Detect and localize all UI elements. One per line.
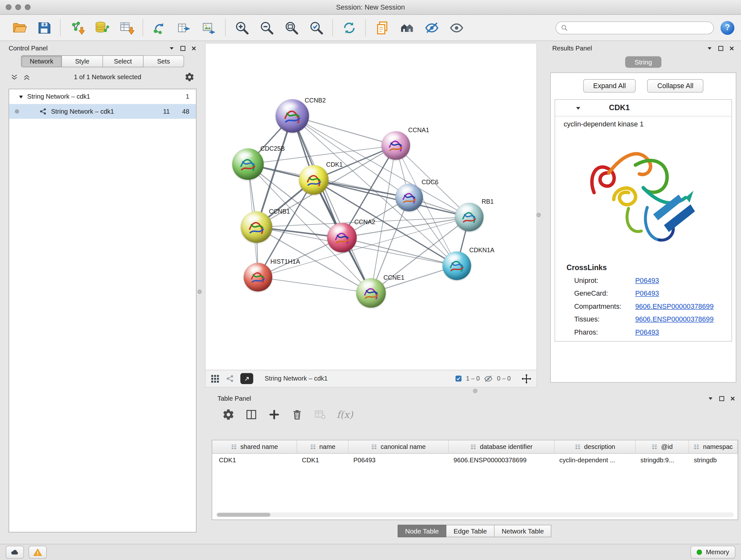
hidden-eye-slash-icon[interactable] (483, 374, 493, 383)
birds-eye-view-button[interactable] (394, 17, 419, 38)
panel-float-button[interactable] (718, 46, 723, 51)
export-image-button[interactable] (197, 17, 221, 38)
show-all-button[interactable] (444, 17, 469, 38)
crosslink-uniprot-link[interactable]: P06493 (635, 277, 659, 285)
move-crosshair-icon[interactable] (521, 373, 532, 384)
zoom-out-button[interactable] (254, 17, 279, 38)
tab-network[interactable]: Network (21, 55, 62, 67)
column-header-database-identifier[interactable]: database identifier (449, 440, 555, 454)
copy-document-button[interactable] (369, 17, 394, 38)
import-network-file-button[interactable] (64, 17, 89, 38)
network-collection-row[interactable]: String Network – cdk1 1 (9, 89, 196, 104)
tab-select[interactable]: Select (103, 55, 143, 67)
warnings-button[interactable] (29, 546, 47, 558)
cloud-status-button[interactable] (6, 546, 24, 558)
open-session-button[interactable] (7, 17, 31, 38)
column-header-id[interactable]: @id (636, 440, 689, 454)
network-node-CCNA2[interactable] (327, 223, 357, 253)
delete-column-button[interactable] (291, 408, 304, 421)
import-network-database-button[interactable] (89, 17, 114, 38)
clone-network-button[interactable] (147, 17, 172, 38)
selected-checkbox-icon[interactable] (455, 375, 462, 382)
crosslink-pharos-link[interactable]: P06493 (635, 328, 659, 336)
panel-close-button[interactable] (730, 396, 735, 401)
splitter-grip[interactable] (473, 389, 477, 393)
collapse-all-button[interactable]: Collapse All (647, 79, 703, 92)
string-results-box: Expand All Collapse All CDK1 cyclin-depe… (550, 72, 736, 382)
annotation-mode-button[interactable] (240, 373, 253, 384)
network-node-CCNE1[interactable] (356, 278, 386, 308)
tab-sets[interactable]: Sets (143, 55, 184, 67)
scrollbar-thumb[interactable] (217, 513, 270, 516)
tab-string[interactable]: String (625, 56, 662, 68)
crosslink-tissues-link[interactable]: 9606.ENSP00000378699 (635, 315, 714, 323)
control-panel-header: Control Panel (4, 43, 201, 53)
network-row-selected[interactable]: String Network – cdk1 11 48 (9, 104, 196, 119)
column-header-namespace[interactable]: namespac (689, 440, 738, 454)
zoom-selected-button[interactable] (304, 17, 329, 38)
crosslink-genecard-link[interactable]: P06493 (635, 290, 659, 297)
crosslink-row: Compartments: 9606.ENSP00000378699 (574, 302, 731, 310)
network-node-RB1[interactable] (455, 203, 484, 232)
cell-shared-name: CDK1 (212, 454, 297, 466)
main-toolbar: ? (0, 15, 741, 41)
table-panel-title: Table Panel (217, 395, 251, 402)
function-builder-button[interactable]: f(x) (337, 409, 353, 421)
save-session-button[interactable] (31, 17, 57, 38)
panel-menu-button[interactable] (707, 45, 713, 51)
splitter-grip[interactable] (198, 290, 202, 294)
zoom-in-button[interactable] (229, 17, 254, 38)
column-header-canonical-name[interactable]: canonical name (348, 440, 449, 454)
grid-view-button[interactable] (210, 374, 220, 383)
close-icon (729, 46, 734, 51)
hide-selected-button[interactable] (419, 17, 444, 38)
network-node-CDKN1A[interactable] (443, 251, 471, 280)
create-column-button[interactable] (268, 408, 280, 421)
network-view-mode-button[interactable] (226, 374, 234, 383)
new-network-from-selection-button[interactable] (172, 17, 197, 38)
panel-close-button[interactable] (729, 46, 734, 51)
column-header-description[interactable]: description (555, 440, 636, 454)
crosslink-compartments-link[interactable]: 9606.ENSP00000378699 (635, 302, 714, 310)
collapse-all-networks-button[interactable] (10, 74, 18, 80)
network-node-CCNA1[interactable] (381, 131, 410, 160)
network-canvas[interactable]: CCNB2CCNA1CDC25BCDK1CDC6RB1CCNB1CCNA2CDK… (205, 44, 536, 370)
splitter-grip[interactable] (536, 212, 541, 217)
horizontal-scrollbar[interactable] (216, 512, 734, 517)
table-row[interactable]: CDK1 CDK1 P06493 9606.ENSP00000378699 cy… (212, 454, 738, 466)
crosslink-row: Tissues: 9606.ENSP00000378699 (574, 315, 731, 323)
toolbar-search (556, 21, 714, 34)
panel-menu-button[interactable] (169, 45, 175, 51)
search-input[interactable] (571, 23, 709, 32)
expand-all-networks-button[interactable] (23, 74, 30, 80)
memory-label: Memory (706, 549, 729, 556)
tab-edge-table[interactable]: Edge Table (447, 525, 495, 537)
panel-close-button[interactable] (191, 46, 196, 51)
network-options-button[interactable] (185, 72, 194, 82)
column-header-name[interactable]: name (297, 440, 348, 454)
network-node-CCNB1[interactable] (241, 211, 273, 243)
control-panel-tabs: Network Style Select Sets (21, 55, 184, 67)
network-node-CCNB2[interactable] (276, 99, 309, 133)
help-button[interactable]: ? (721, 21, 734, 35)
protein-card-header[interactable]: CDK1 (555, 100, 731, 116)
memory-button[interactable]: Memory (690, 546, 735, 558)
panel-float-button[interactable] (719, 396, 724, 401)
tab-node-table[interactable]: Node Table (398, 525, 447, 537)
table-options-button[interactable] (222, 408, 234, 421)
network-node-CDK1[interactable] (299, 165, 329, 195)
network-node-CDC6[interactable] (395, 184, 423, 211)
panel-float-button[interactable] (180, 46, 185, 51)
import-table-button[interactable] (114, 17, 139, 38)
apply-layout-button[interactable] (337, 17, 361, 38)
tab-style[interactable]: Style (62, 55, 103, 67)
expand-all-button[interactable]: Expand All (583, 79, 636, 92)
network-node-HIST1H1A[interactable] (244, 263, 273, 292)
tab-network-table[interactable]: Network Table (495, 525, 551, 537)
network-node-CDC25B[interactable] (232, 148, 264, 180)
zoom-fit-button[interactable] (279, 17, 304, 38)
control-panel: Control Panel Network Style Select Sets … (4, 43, 201, 541)
show-columns-button[interactable] (245, 408, 258, 421)
panel-menu-button[interactable] (708, 395, 714, 401)
column-header-shared-name[interactable]: shared name (212, 440, 297, 454)
